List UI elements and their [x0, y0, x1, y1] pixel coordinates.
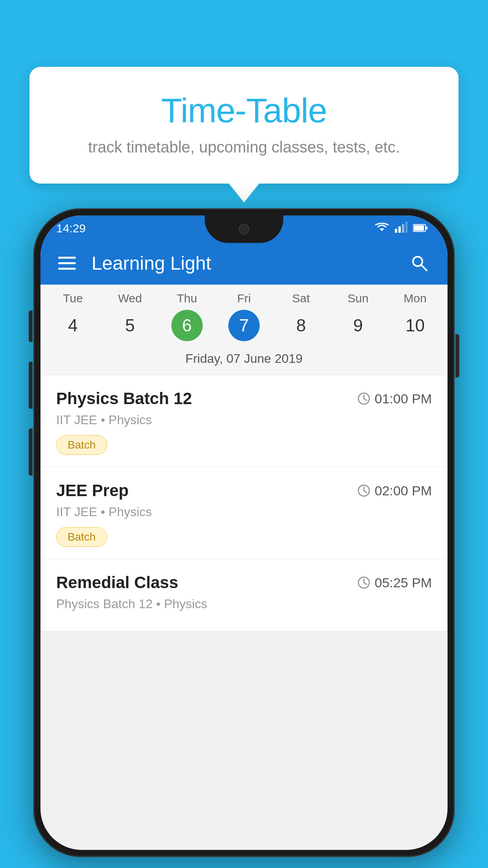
day-name-sun: Sun: [330, 292, 387, 305]
speech-bubble-card: Time-Table track timetable, upcoming cla…: [29, 67, 459, 184]
day-name-sat: Sat: [273, 292, 330, 305]
svg-rect-2: [398, 226, 401, 233]
day-10[interactable]: 10: [387, 310, 444, 341]
day-name-wed: Wed: [101, 292, 158, 305]
item-subtitle-3: Physics Batch 12 • Physics: [56, 597, 432, 611]
day-name-mon: Mon: [387, 292, 444, 305]
day-name-thu: Thu: [158, 292, 215, 305]
phone-wrapper: 14:29: [33, 208, 455, 868]
speech-bubble-title: Time-Table: [53, 90, 435, 131]
item-time-3: 05:25 PM: [357, 575, 432, 590]
schedule-item-physics-batch-12[interactable]: Physics Batch 12 01:00 PM IIT JEE • Phys…: [40, 375, 448, 467]
svg-marker-0: [380, 228, 384, 231]
day-7-selected[interactable]: 7: [228, 310, 260, 341]
day-5[interactable]: 5: [101, 310, 158, 341]
battery-icon: [413, 222, 428, 235]
svg-line-12: [364, 399, 367, 401]
item-subtitle-1: IIT JEE • Physics: [56, 413, 432, 427]
item-header-2: JEE Prep 02:00 PM: [56, 481, 432, 500]
day-9[interactable]: 9: [330, 310, 387, 341]
day-6-today[interactable]: 6: [171, 310, 203, 341]
day-name-tue: Tue: [44, 292, 101, 305]
day-name-fri: Fri: [215, 292, 272, 305]
item-title-1: Physics Batch 12: [56, 389, 192, 408]
svg-rect-4: [405, 222, 407, 233]
batch-badge-2: Batch: [56, 527, 107, 547]
item-time-2: 02:00 PM: [357, 483, 432, 498]
app-bar: Learning Light: [40, 241, 448, 285]
day-8[interactable]: 8: [273, 310, 330, 341]
day-4[interactable]: 4: [44, 310, 101, 341]
svg-rect-7: [414, 225, 424, 231]
status-icons: [374, 222, 428, 235]
schedule-item-remedial-class[interactable]: Remedial Class 05:25 PM Physics Batch 12…: [40, 559, 448, 631]
speech-bubble-subtitle: track timetable, upcoming classes, tests…: [53, 138, 435, 156]
svg-rect-3: [402, 224, 404, 233]
item-time-text-3: 05:25 PM: [374, 575, 432, 590]
item-header-1: Physics Batch 12 01:00 PM: [56, 389, 432, 408]
batch-badge-1: Batch: [56, 435, 107, 455]
front-camera: [238, 224, 250, 235]
selected-date-label: Friday, 07 June 2019: [40, 348, 448, 375]
svg-line-18: [364, 583, 367, 585]
search-button[interactable]: [408, 252, 430, 274]
day-names-row: Tue Wed Thu Fri Sat Sun Mon: [40, 285, 448, 305]
vol-up-button: [29, 362, 33, 409]
signal-icon: [395, 222, 407, 235]
svg-line-9: [421, 265, 427, 270]
phone-notch: [205, 215, 283, 243]
power-button: [455, 334, 459, 377]
item-subtitle-2: IIT JEE • Physics: [56, 505, 432, 519]
vol-down-button: [29, 428, 33, 476]
svg-line-15: [364, 491, 367, 493]
status-time: 14:29: [56, 222, 86, 235]
item-header-3: Remedial Class 05:25 PM: [56, 573, 432, 592]
svg-rect-6: [426, 226, 427, 230]
schedule-item-jee-prep[interactable]: JEE Prep 02:00 PM IIT JEE • Physics Batc…: [40, 467, 448, 559]
wifi-icon: [374, 222, 389, 235]
app-title: Learning Light: [92, 252, 408, 274]
phone-frame: 14:29: [33, 208, 455, 857]
schedule-list: Physics Batch 12 01:00 PM IIT JEE • Phys…: [40, 375, 448, 631]
menu-button[interactable]: [58, 257, 76, 270]
item-time-text-1: 01:00 PM: [374, 391, 432, 406]
vol-mute-button: [29, 311, 33, 342]
item-title-3: Remedial Class: [56, 573, 178, 592]
svg-rect-1: [395, 229, 397, 233]
item-title-2: JEE Prep: [56, 481, 128, 500]
calendar-strip: Tue Wed Thu Fri Sat Sun Mon 4 5 6 7 8 9 …: [40, 285, 448, 375]
phone-screen: 14:29: [40, 215, 448, 850]
day-numbers-row: 4 5 6 7 8 9 10: [40, 305, 448, 348]
item-time-1: 01:00 PM: [357, 391, 432, 406]
item-time-text-2: 02:00 PM: [374, 483, 432, 498]
